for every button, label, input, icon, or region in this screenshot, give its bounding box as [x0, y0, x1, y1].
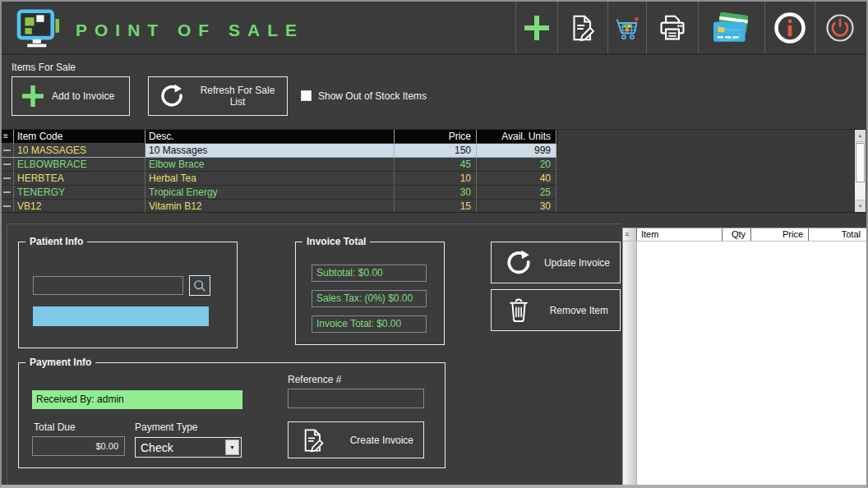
- toolbar-power-button[interactable]: [815, 2, 865, 53]
- cell-price[interactable]: 45: [395, 158, 477, 172]
- items-for-sale-label: Items For Sale: [12, 62, 76, 73]
- toolbar-add-button[interactable]: [515, 2, 557, 53]
- invoice-panel: Patient Info Invoice Total Subtotal: $0.…: [2, 214, 866, 486]
- add-to-invoice-label: Add to Invoice: [52, 90, 114, 102]
- cell-code[interactable]: VB12: [14, 200, 145, 213]
- cell-price[interactable]: 150: [395, 144, 477, 158]
- total-due-field[interactable]: $0.00: [32, 436, 125, 456]
- items-table-scrollbar[interactable]: [855, 130, 866, 212]
- row-header-corner: [2, 130, 14, 144]
- cell-units[interactable]: 999: [477, 144, 556, 158]
- title-bar: POINT OF SALE: [2, 2, 866, 55]
- column-header-desc[interactable]: Desc.: [145, 130, 395, 144]
- reference-label: Reference #: [288, 374, 341, 385]
- table-row[interactable]: VB12Vitamin B121530: [2, 200, 557, 213]
- create-invoice-label: Create Invoice: [350, 435, 413, 446]
- toolbar-payment-cards-button[interactable]: [698, 2, 764, 53]
- row-selector[interactable]: [2, 200, 14, 213]
- sales-tax-box: Sales Tax: (0%) $0.00: [312, 290, 427, 307]
- cell-desc[interactable]: 10 Massages: [145, 144, 395, 158]
- search-icon: [192, 279, 207, 293]
- invoice-items-table[interactable]: Item Qty Price Total: [622, 228, 868, 486]
- cell-code[interactable]: HERBTEA: [14, 172, 145, 186]
- table-row[interactable]: 10 MASSAGES10 Massages150999: [2, 144, 557, 158]
- patient-name-highlight: [33, 306, 209, 326]
- invoice-total-groupbox: Invoice Total Subtotal: $0.00 Sales Tax:…: [295, 242, 445, 345]
- invoice-table-header: Item Qty Price Total: [623, 228, 867, 242]
- scroll-down-icon[interactable]: [855, 200, 866, 212]
- cell-units[interactable]: 25: [477, 186, 556, 200]
- table-row[interactable]: ELBOWBRACEElbow Brace4520: [2, 158, 557, 172]
- payment-type-label: Payment Type: [135, 421, 198, 433]
- refresh-icon: [505, 249, 533, 277]
- panel-edge: [7, 223, 7, 485]
- app-logo-monitor-icon: [15, 9, 64, 50]
- cell-price[interactable]: 10: [395, 172, 477, 186]
- chevron-down-icon[interactable]: [225, 440, 239, 455]
- cell-code[interactable]: ELBOWBRACE: [14, 158, 145, 172]
- cell-code[interactable]: TENERGY: [14, 186, 145, 200]
- column-header-price[interactable]: Price: [395, 130, 477, 144]
- column-header-item[interactable]: Item: [637, 228, 723, 241]
- payment-info-legend: Payment Info: [25, 357, 95, 368]
- row-selector[interactable]: [2, 158, 14, 172]
- refresh-icon: [159, 83, 185, 109]
- row-marker-icon: [3, 150, 11, 151]
- cell-desc[interactable]: Tropical Energy: [145, 186, 395, 200]
- cell-price[interactable]: 15: [395, 200, 477, 213]
- toolbar-print-button[interactable]: [646, 2, 698, 53]
- column-header-total[interactable]: Total: [809, 228, 866, 241]
- row-marker-icon: [3, 163, 11, 165]
- cell-desc[interactable]: Vitamin B12: [145, 200, 395, 213]
- items-table-header: Item Code Desc. Price Avail. Units: [2, 130, 557, 144]
- cell-desc[interactable]: Elbow Brace: [145, 158, 395, 172]
- patient-search-input[interactable]: [33, 276, 183, 295]
- toolbar-cart-button[interactable]: [607, 2, 646, 53]
- toolbar-info-button[interactable]: [764, 2, 815, 53]
- row-selector[interactable]: [2, 144, 14, 158]
- column-header-price[interactable]: Price: [751, 228, 809, 241]
- table-row[interactable]: TENERGYTropical Energy3025: [2, 186, 557, 200]
- show-out-of-stock-checkbox[interactable]: [301, 90, 312, 101]
- row-selector[interactable]: [2, 186, 14, 200]
- cell-code[interactable]: 10 MASSAGES: [14, 144, 145, 158]
- cell-units[interactable]: 40: [477, 172, 556, 186]
- row-marker-icon: [3, 177, 11, 179]
- cell-price[interactable]: 30: [395, 186, 477, 200]
- credit-cards-icon: [710, 12, 753, 44]
- add-to-invoice-button[interactable]: Add to Invoice: [12, 76, 130, 116]
- payment-type-dropdown[interactable]: Check: [135, 437, 242, 458]
- cell-desc[interactable]: Herbal Tea: [145, 172, 395, 186]
- invoice-total-box: Invoice Total: $0.00: [312, 315, 427, 333]
- create-invoice-button[interactable]: Create Invoice: [288, 421, 424, 458]
- refresh-for-sale-list-button[interactable]: Refresh For Sale List: [148, 76, 288, 116]
- toolbar-edit-invoice-button[interactable]: [557, 2, 607, 53]
- scroll-up-icon[interactable]: [855, 130, 866, 142]
- update-invoice-label: Update Invoice: [544, 257, 610, 269]
- table-row[interactable]: HERBTEAHerbal Tea1040: [2, 172, 557, 186]
- pos-window: POINT OF SALE: [0, 0, 868, 488]
- remove-item-button[interactable]: Remove Item: [491, 289, 621, 331]
- cart-icon: [614, 15, 640, 41]
- cell-units[interactable]: 20: [477, 158, 556, 172]
- patient-search-button[interactable]: [189, 275, 210, 296]
- total-due-label: Total Due: [34, 421, 76, 433]
- column-header-item-code[interactable]: Item Code: [14, 130, 145, 144]
- panel-edge: [7, 223, 621, 224]
- document-pencil-icon: [568, 13, 598, 43]
- payment-info-groupbox: Payment Info Received By: admin Total Du…: [18, 362, 446, 468]
- column-header-avail-units[interactable]: Avail. Units: [477, 130, 556, 144]
- row-marker-icon: [3, 205, 11, 207]
- scrollbar-thumb[interactable]: [856, 143, 865, 182]
- update-invoice-button[interactable]: Update Invoice: [491, 242, 621, 283]
- row-header-corner: [623, 228, 637, 241]
- column-header-qty[interactable]: Qty: [723, 228, 751, 241]
- plus-icon: [21, 84, 45, 108]
- row-selector[interactable]: [2, 172, 14, 186]
- cell-units[interactable]: 30: [477, 200, 556, 213]
- plus-icon: [521, 12, 552, 44]
- reference-input[interactable]: [288, 389, 424, 408]
- app-title: POINT OF SALE: [76, 21, 304, 40]
- payment-type-value: Check: [136, 441, 225, 454]
- printer-icon: [657, 12, 688, 44]
